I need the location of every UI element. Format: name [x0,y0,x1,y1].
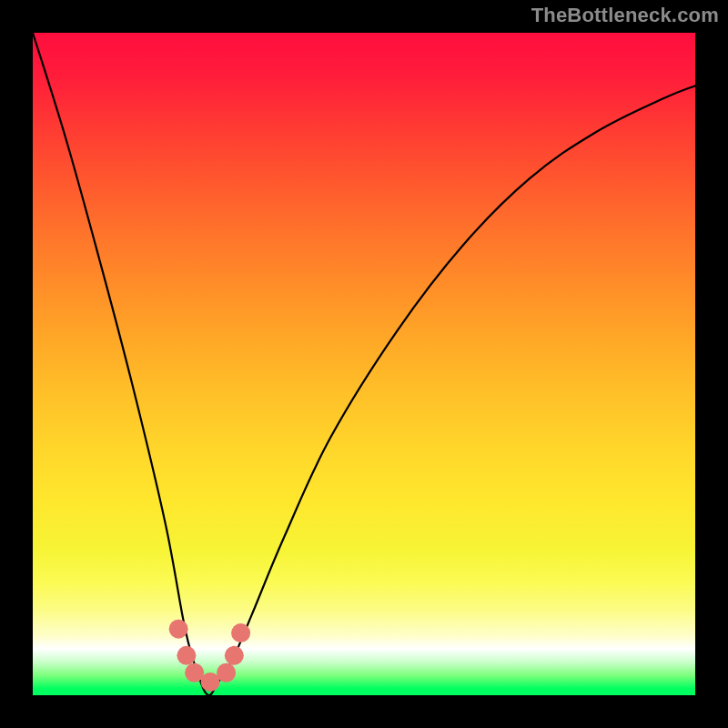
marker-group [169,620,250,692]
bottleneck-curve [33,33,695,695]
curve-marker [177,646,196,665]
watermark-text: TheBottleneck.com [531,4,719,27]
curve-marker [201,672,220,692]
chart-plot-area [33,33,695,695]
curve-marker [217,663,236,682]
chart-svg [33,33,695,695]
curve-marker [231,623,250,642]
curve-marker [169,620,188,639]
curve-marker [225,646,244,665]
curve-marker [185,663,204,682]
